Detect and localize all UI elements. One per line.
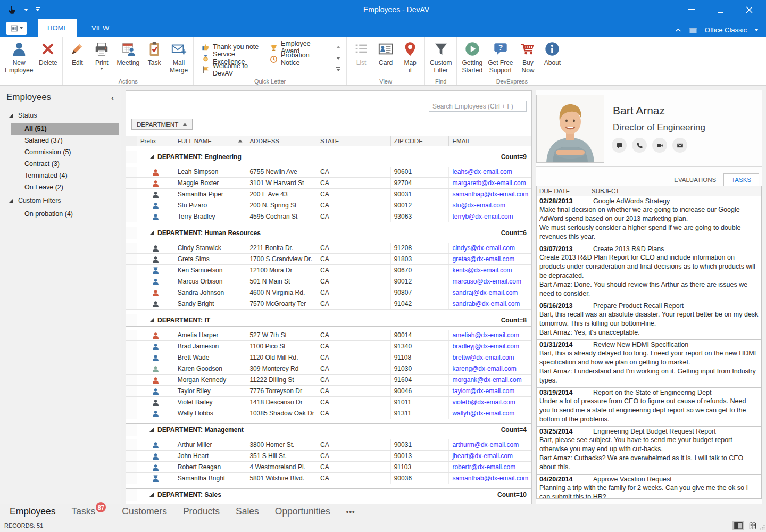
task-item[interactable]: 05/16/2013Prepare Product Recall ReportB… xyxy=(537,301,761,340)
module-tab-products[interactable]: Products xyxy=(183,506,220,517)
employee-row[interactable]: Stu Pizaro200 N. Spring StCA90012stu@dx-… xyxy=(126,200,531,211)
edit-button[interactable]: Edit xyxy=(65,39,89,75)
minimize-button[interactable] xyxy=(686,4,697,15)
application-menu-button[interactable] xyxy=(6,22,27,35)
sidebar-item-on[interactable]: On probation (4) xyxy=(11,208,119,220)
print-button[interactable]: Print xyxy=(89,39,114,75)
theme-selector[interactable]: Office Classic xyxy=(705,26,747,34)
email-link[interactable]: ameliah@dx-email.com xyxy=(452,331,519,339)
sidebar-group-status[interactable]: Status xyxy=(0,108,121,123)
gallery-item[interactable]: Probation Notice xyxy=(265,53,334,65)
phone-button[interactable] xyxy=(632,138,647,153)
email-link[interactable]: taylorr@dx-email.com xyxy=(452,387,514,395)
list-button[interactable]: List xyxy=(349,39,373,75)
email-link[interactable]: violetb@dx-email.com xyxy=(452,398,515,406)
email-link[interactable]: sandraj@dx-email.com xyxy=(452,289,518,296)
sidebar-item-terminated[interactable]: Terminated (4) xyxy=(11,170,119,181)
group-row[interactable]: DEPARTMENT: EngineeringCount=9 xyxy=(126,151,531,163)
module-tab-employees[interactable]: Employees xyxy=(10,506,56,517)
employee-row[interactable]: Sandy Bright7570 McGroarty TerCA91042san… xyxy=(126,298,531,310)
email-link[interactable]: marcuso@dx-email.com xyxy=(452,278,521,285)
employee-row[interactable]: Morgan Kennedy11222 Dilling StCA91604mor… xyxy=(126,375,531,386)
group-by-department-button[interactable]: DEPARTMENT xyxy=(131,119,193,130)
email-link[interactable]: brettw@dx-email.com xyxy=(452,354,514,361)
email-link[interactable]: stu@dx-email.com xyxy=(452,202,505,209)
gallery-scroll-up-icon[interactable] xyxy=(334,41,343,53)
app-hand-icon[interactable] xyxy=(7,5,16,14)
employee-row[interactable]: Maggie Boxter3101 W Harvard StCA92704mar… xyxy=(126,178,531,189)
mail-button[interactable] xyxy=(672,138,687,153)
employee-row[interactable]: Robert Reagan4 Westmoreland Pl.CA91103ro… xyxy=(126,462,531,473)
reading-view-toggle-icon[interactable] xyxy=(747,521,759,530)
column-header-state[interactable]: STATE xyxy=(317,136,391,146)
delete-button[interactable]: Delete xyxy=(36,39,60,75)
resize-grip[interactable] xyxy=(760,525,765,531)
employee-row[interactable]: Amelia Harper527 W 7th StCA90014ameliah@… xyxy=(126,330,531,341)
gallery-scroll-down-icon[interactable] xyxy=(334,53,343,64)
module-tab-more[interactable]: ••• xyxy=(346,508,355,516)
module-tab-sales[interactable]: Sales xyxy=(236,506,259,517)
email-link[interactable]: kareng@dx-email.com xyxy=(452,365,516,372)
group-row[interactable]: DEPARTMENT: Human ResourcesCount=6 xyxy=(126,227,531,239)
chat-button[interactable] xyxy=(612,138,627,153)
sidebar-item-commission[interactable]: Commission (5) xyxy=(11,146,119,158)
task-item[interactable]: 02/28/2013Google AdWords StrategyMake fi… xyxy=(537,196,761,244)
tab-evaluations[interactable]: EVALUATIONS xyxy=(667,174,723,186)
employee-row[interactable]: Sandra Johnson4600 N Virginia Rd.CA90807… xyxy=(126,287,531,298)
task-item[interactable]: 03/25/2014Engineering Dept Budget Reques… xyxy=(537,427,761,475)
email-link[interactable]: margaretb@dx-email.com xyxy=(452,179,526,187)
tab-tasks[interactable]: TASKS xyxy=(723,173,759,186)
collapse-ribbon-icon[interactable] xyxy=(675,28,681,32)
employee-row[interactable]: Wally Hobbs10385 Shadow Oak DrCA91311wal… xyxy=(126,408,531,419)
group-row[interactable]: DEPARTMENT: ManagementCount=4 xyxy=(126,423,531,436)
group-row[interactable]: DEPARTMENT: ITCount=8 xyxy=(126,314,531,327)
sidebar-item-contract[interactable]: Contract (3) xyxy=(11,158,119,170)
card-button[interactable]: Card xyxy=(373,39,398,75)
buy-now-button[interactable]: Buy Now xyxy=(515,39,540,75)
column-header-address[interactable]: ADDRESS xyxy=(246,136,317,146)
module-tab-opportunities[interactable]: Opportunities xyxy=(275,506,330,517)
sidebar-group-custom-filters[interactable]: Custom Filters xyxy=(0,193,121,208)
task-button[interactable]: Task xyxy=(142,39,166,75)
task-item[interactable]: 03/07/2013Create 2013 R&D PlansCreate 20… xyxy=(537,244,761,301)
employee-row[interactable]: Samantha Bright5801 Wilshire Blvd.CA9003… xyxy=(126,473,531,484)
employee-row[interactable]: Cindy Stanwick2211 Bonita Dr.CA91208cind… xyxy=(126,243,531,254)
get-free-support-button[interactable]: ?Get Free Support xyxy=(485,39,515,75)
task-item[interactable]: 03/19/2014Report on the State of Enginee… xyxy=(537,388,761,427)
sidebar-item-all[interactable]: All (51) xyxy=(11,123,119,135)
column-header-zip-code[interactable]: ZIP CODE xyxy=(391,136,449,146)
email-link[interactable]: leahs@dx-email.com xyxy=(452,168,512,176)
employee-row[interactable]: Brett Wade1120 Old Mill Rd.CA91108brettw… xyxy=(126,352,531,363)
mail-merge-button[interactable]: Mail Merge xyxy=(166,39,191,75)
email-link[interactable]: morgank@dx-email.com xyxy=(452,376,521,384)
task-item[interactable]: 01/31/2014Review New HDMI SpecificationB… xyxy=(537,340,761,388)
email-link[interactable]: sandrab@dx-email.com xyxy=(452,300,520,307)
app-menu-dropdown-icon[interactable] xyxy=(24,9,28,11)
task-item[interactable]: 04/20/2014Approve Vacation RequestPlanni… xyxy=(537,475,761,499)
sidebar-collapse-icon[interactable]: ‹ xyxy=(111,93,114,102)
search-input[interactable] xyxy=(429,101,527,112)
employee-row[interactable]: Violet Bailey1418 Descanso DrCA91011viol… xyxy=(126,397,531,408)
email-link[interactable]: bradleyj@dx-email.com xyxy=(452,343,519,350)
employee-row[interactable]: Terry Bradley4595 Cochran StCA93063terry… xyxy=(126,211,531,222)
email-link[interactable]: jheart@dx-email.com xyxy=(452,452,513,460)
maximize-button[interactable] xyxy=(715,4,726,15)
tab-view[interactable]: VIEW xyxy=(82,19,118,37)
employee-row[interactable]: Leah Simpson6755 Newlin AveCA90601leahs@… xyxy=(126,167,531,178)
column-header-full-name[interactable]: FULL NAME xyxy=(174,136,247,146)
gallery-dropdown-icon[interactable] xyxy=(334,64,343,76)
employee-row[interactable]: Taylor Riley7776 Torreyson DrCA90046tayl… xyxy=(126,386,531,397)
video-button[interactable] xyxy=(652,138,667,153)
column-header-email[interactable]: EMAIL xyxy=(449,136,531,146)
gallery-item[interactable]: Welcome to DevAV xyxy=(197,64,265,76)
employee-row[interactable]: Arthur Miller3800 Homer St.CA90031arthur… xyxy=(126,439,531,451)
employee-row[interactable]: Brad Jameson1100 Pico StCA91340bradleyj@… xyxy=(126,341,531,352)
about-button[interactable]: About xyxy=(540,39,564,75)
email-link[interactable]: cindys@dx-email.com xyxy=(452,244,515,252)
employee-row[interactable]: Ken Samuelson12100 Mora DrCA90670kents@d… xyxy=(126,265,531,276)
sidebar-item-on[interactable]: On Leave (2) xyxy=(11,181,119,193)
email-link[interactable]: kents@dx-email.com xyxy=(452,267,512,274)
module-tab-tasks[interactable]: Tasks87 xyxy=(72,506,106,517)
tab-home[interactable]: HOME xyxy=(38,19,77,37)
theme-dropdown-icon[interactable] xyxy=(754,29,759,31)
